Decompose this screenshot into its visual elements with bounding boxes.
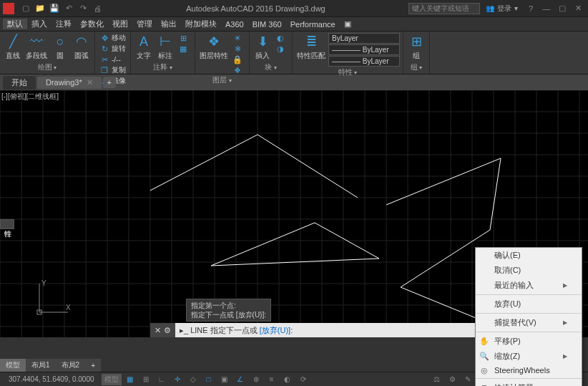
- panel-title[interactable]: 绘图: [3, 62, 92, 72]
- ribbon-tool-small[interactable]: ❖: [231, 65, 246, 75]
- annotation-monitor-icon[interactable]: ✎: [461, 374, 475, 385]
- property-dropdown[interactable]: ByLayer: [328, 33, 400, 44]
- menu-tab[interactable]: 参数化: [76, 19, 108, 29]
- menu-tab[interactable]: Performance: [286, 20, 340, 29]
- ribbon-tool-small[interactable]: ◐: [274, 33, 289, 43]
- ribbon-tool-small[interactable]: ☀: [231, 33, 246, 43]
- context-menu-item[interactable]: 确认(E): [476, 248, 582, 263]
- ribbon-tool-small[interactable]: ❄: [231, 44, 246, 54]
- tool-label: 直线: [6, 51, 20, 61]
- ribbon-tool[interactable]: ⊢标注: [155, 33, 175, 61]
- panel-title[interactable]: 注释: [134, 62, 192, 72]
- panel-title[interactable]: 图层: [198, 75, 246, 85]
- ribbon-tool[interactable]: A文字: [134, 33, 154, 61]
- ribbon-tool[interactable]: ◠圆弧: [72, 33, 92, 61]
- dyn-input-icon[interactable]: ⊕: [249, 374, 263, 385]
- menu-tab[interactable]: 视图: [108, 19, 132, 29]
- ribbon-tool[interactable]: ⬇插入: [253, 33, 273, 61]
- panel-title[interactable]: 特性: [295, 67, 400, 77]
- app-logo[interactable]: [3, 3, 14, 14]
- new-tab-button[interactable]: +: [103, 77, 116, 88]
- context-menu-item[interactable]: 🖩快速计算器: [476, 380, 582, 386]
- qat-undo-icon[interactable]: ↶: [63, 3, 74, 14]
- close-tab-icon[interactable]: ✕: [87, 78, 93, 87]
- coordinates[interactable]: 307.4404, 51.6409, 0.0000: [3, 375, 100, 383]
- command-line[interactable]: ✕ ⚙ ▸_ LINE 指定下一点或 [放弃(U)]:: [150, 323, 502, 337]
- osnap-toggle-icon[interactable]: □: [202, 374, 216, 385]
- help-icon[interactable]: ?: [524, 3, 538, 14]
- ribbon-tool[interactable]: ❖图层特性: [198, 33, 230, 61]
- context-menu-item[interactable]: ✋平移(P): [476, 334, 582, 349]
- property-dropdown[interactable]: ———— ByLayer: [328, 44, 400, 55]
- maximize-icon[interactable]: ▢: [555, 3, 569, 14]
- layout-tab[interactable]: 模型: [0, 359, 26, 372]
- ribbon-tool[interactable]: 〰多段线: [24, 33, 49, 61]
- grid-toggle-icon[interactable]: ▦: [123, 374, 137, 385]
- annotation-scale-icon[interactable]: ⚖: [429, 374, 444, 385]
- menu-tab[interactable]: A360: [221, 20, 248, 29]
- menu-tab[interactable]: 附加模块: [181, 19, 221, 29]
- 3dosnap-icon[interactable]: ▣: [217, 374, 232, 385]
- cycling-icon[interactable]: ⟳: [296, 374, 310, 385]
- polar-toggle-icon[interactable]: ✛: [170, 374, 185, 385]
- property-dropdown[interactable]: ———— ByLayer: [328, 56, 400, 67]
- menu-tab[interactable]: ▣: [340, 19, 356, 29]
- ribbon-tool-small[interactable]: ✂-/--: [98, 54, 127, 64]
- ribbon-tool-small[interactable]: ▦: [177, 44, 192, 54]
- qat-open-icon[interactable]: 📁: [34, 3, 46, 14]
- context-menu-item[interactable]: 最近的输入▶: [476, 278, 582, 293]
- menu-tab[interactable]: BIM 360: [248, 20, 286, 29]
- otrack-icon[interactable]: ∠: [233, 374, 248, 385]
- ribbon-tool-small[interactable]: ↻旋转: [98, 44, 127, 54]
- layout-tab[interactable]: +: [85, 360, 101, 371]
- layout-tab[interactable]: 布局1: [26, 359, 56, 372]
- context-menu-item[interactable]: 🔍缩放(Z)▶: [476, 349, 582, 364]
- properties-palette-tab[interactable]: 特性: [0, 219, 14, 229]
- panel-title[interactable]: 块: [253, 62, 289, 72]
- file-tab[interactable]: 开始: [3, 76, 36, 90]
- exchange-icon[interactable]: ▾: [514, 4, 518, 12]
- signin-label[interactable]: 登录: [497, 4, 511, 14]
- qat-redo-icon[interactable]: ↷: [77, 3, 89, 14]
- menu-tab[interactable]: 注释: [52, 19, 76, 29]
- lineweight-icon[interactable]: ≡: [265, 374, 279, 385]
- ribbon-tool-small[interactable]: ⊞: [177, 33, 192, 43]
- menu-tab[interactable]: 管理: [132, 19, 157, 29]
- context-menu-item[interactable]: 捕捉替代(V)▶: [476, 315, 582, 330]
- help-search[interactable]: 键入关键字或短语: [408, 3, 480, 14]
- signin-icon[interactable]: 👥: [486, 4, 494, 12]
- transparency-icon[interactable]: ◐: [280, 374, 295, 385]
- tool-label: 插入: [255, 51, 270, 61]
- ribbon-tool[interactable]: ○圆: [50, 33, 70, 61]
- qat-save-icon[interactable]: 💾: [49, 3, 60, 14]
- cmdline-close-icon[interactable]: ✕: [155, 326, 161, 335]
- minimize-icon[interactable]: —: [539, 3, 554, 14]
- ortho-toggle-icon[interactable]: ∟: [155, 374, 169, 385]
- ribbon-tool-small[interactable]: ❐复制: [98, 65, 127, 75]
- ribbon-tool-small[interactable]: ✥移动: [98, 33, 127, 43]
- context-menu-item[interactable]: 放弃(U): [476, 296, 582, 312]
- qat-new-icon[interactable]: ▢: [20, 3, 31, 14]
- file-tab[interactable]: Drawing3*✕: [37, 77, 102, 89]
- submenu-arrow-icon: ▶: [563, 282, 567, 289]
- ribbon-tool[interactable]: ≣特性匹配: [295, 33, 327, 61]
- context-menu-item[interactable]: 取消(C): [476, 263, 582, 278]
- layout-tab[interactable]: 布局2: [56, 359, 86, 372]
- ribbon-tool[interactable]: ╱直线: [3, 33, 23, 61]
- menu-tab[interactable]: 输出: [157, 19, 181, 29]
- menu-tab[interactable]: 插入: [27, 19, 52, 29]
- close-icon[interactable]: ✕: [571, 3, 585, 14]
- ucs-icon[interactable]: Y X: [36, 280, 72, 316]
- iso-toggle-icon[interactable]: ◇: [186, 374, 200, 385]
- ribbon-tool-small[interactable]: 🔒: [231, 54, 246, 64]
- cmdline-config-icon[interactable]: ⚙: [164, 326, 171, 335]
- snap-toggle-icon[interactable]: ⊞: [139, 374, 153, 385]
- ribbon-tool[interactable]: ⊞组: [406, 33, 426, 61]
- context-menu-item[interactable]: ◎SteeringWheels: [476, 364, 582, 377]
- qat-print-icon[interactable]: 🖨: [92, 3, 103, 14]
- menu-tab[interactable]: 默认: [3, 19, 27, 29]
- panel-title[interactable]: 组: [406, 62, 426, 72]
- ribbon-tool-small[interactable]: ◑: [274, 44, 289, 54]
- model-button[interactable]: 模型: [102, 374, 122, 385]
- workspace-icon[interactable]: ⚙: [445, 374, 459, 385]
